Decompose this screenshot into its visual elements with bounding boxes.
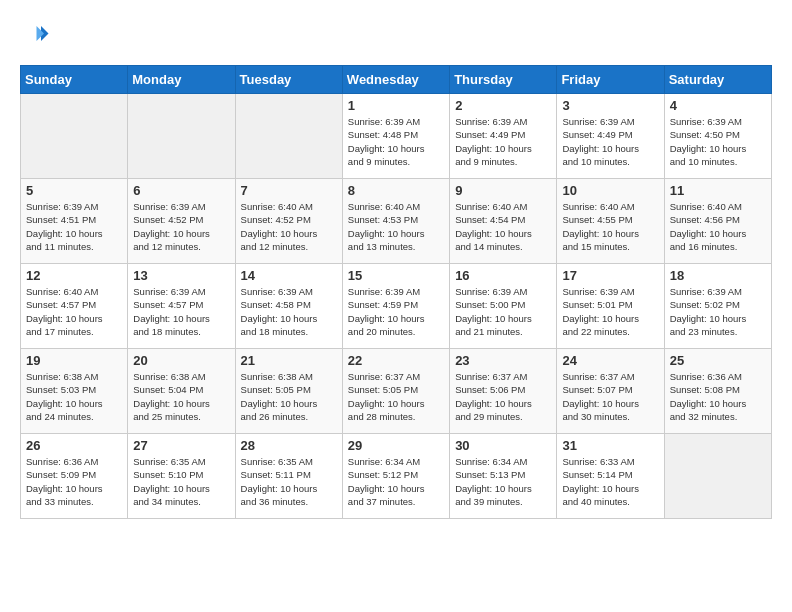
day-number: 20: [133, 353, 229, 368]
day-cell: 3Sunrise: 6:39 AM Sunset: 4:49 PM Daylig…: [557, 94, 664, 179]
day-cell: 7Sunrise: 6:40 AM Sunset: 4:52 PM Daylig…: [235, 179, 342, 264]
day-cell: 31Sunrise: 6:33 AM Sunset: 5:14 PM Dayli…: [557, 434, 664, 519]
day-cell: 9Sunrise: 6:40 AM Sunset: 4:54 PM Daylig…: [450, 179, 557, 264]
day-info: Sunrise: 6:39 AM Sunset: 5:00 PM Dayligh…: [455, 285, 551, 338]
day-number: 1: [348, 98, 444, 113]
day-info: Sunrise: 6:39 AM Sunset: 4:57 PM Dayligh…: [133, 285, 229, 338]
day-number: 3: [562, 98, 658, 113]
day-cell: 24Sunrise: 6:37 AM Sunset: 5:07 PM Dayli…: [557, 349, 664, 434]
day-number: 23: [455, 353, 551, 368]
day-number: 29: [348, 438, 444, 453]
weekday-header-thursday: Thursday: [450, 66, 557, 94]
day-info: Sunrise: 6:39 AM Sunset: 4:48 PM Dayligh…: [348, 115, 444, 168]
weekday-header-monday: Monday: [128, 66, 235, 94]
day-number: 24: [562, 353, 658, 368]
logo-icon: [20, 20, 50, 50]
weekday-header-saturday: Saturday: [664, 66, 771, 94]
week-row-5: 26Sunrise: 6:36 AM Sunset: 5:09 PM Dayli…: [21, 434, 772, 519]
day-info: Sunrise: 6:40 AM Sunset: 4:57 PM Dayligh…: [26, 285, 122, 338]
day-number: 11: [670, 183, 766, 198]
day-info: Sunrise: 6:39 AM Sunset: 5:02 PM Dayligh…: [670, 285, 766, 338]
day-cell: 2Sunrise: 6:39 AM Sunset: 4:49 PM Daylig…: [450, 94, 557, 179]
day-cell: [128, 94, 235, 179]
day-info: Sunrise: 6:36 AM Sunset: 5:08 PM Dayligh…: [670, 370, 766, 423]
week-row-1: 1Sunrise: 6:39 AM Sunset: 4:48 PM Daylig…: [21, 94, 772, 179]
day-number: 26: [26, 438, 122, 453]
day-info: Sunrise: 6:37 AM Sunset: 5:06 PM Dayligh…: [455, 370, 551, 423]
day-cell: 14Sunrise: 6:39 AM Sunset: 4:58 PM Dayli…: [235, 264, 342, 349]
page: SundayMondayTuesdayWednesdayThursdayFrid…: [0, 0, 792, 529]
day-info: Sunrise: 6:40 AM Sunset: 4:52 PM Dayligh…: [241, 200, 337, 253]
day-info: Sunrise: 6:39 AM Sunset: 4:51 PM Dayligh…: [26, 200, 122, 253]
day-number: 18: [670, 268, 766, 283]
day-cell: 22Sunrise: 6:37 AM Sunset: 5:05 PM Dayli…: [342, 349, 449, 434]
weekday-header-sunday: Sunday: [21, 66, 128, 94]
day-info: Sunrise: 6:38 AM Sunset: 5:05 PM Dayligh…: [241, 370, 337, 423]
day-number: 9: [455, 183, 551, 198]
day-info: Sunrise: 6:39 AM Sunset: 4:50 PM Dayligh…: [670, 115, 766, 168]
week-row-3: 12Sunrise: 6:40 AM Sunset: 4:57 PM Dayli…: [21, 264, 772, 349]
day-number: 31: [562, 438, 658, 453]
weekday-header-row: SundayMondayTuesdayWednesdayThursdayFrid…: [21, 66, 772, 94]
day-info: Sunrise: 6:39 AM Sunset: 4:58 PM Dayligh…: [241, 285, 337, 338]
day-cell: 4Sunrise: 6:39 AM Sunset: 4:50 PM Daylig…: [664, 94, 771, 179]
day-cell: 19Sunrise: 6:38 AM Sunset: 5:03 PM Dayli…: [21, 349, 128, 434]
calendar: SundayMondayTuesdayWednesdayThursdayFrid…: [20, 65, 772, 519]
day-cell: 25Sunrise: 6:36 AM Sunset: 5:08 PM Dayli…: [664, 349, 771, 434]
day-cell: 23Sunrise: 6:37 AM Sunset: 5:06 PM Dayli…: [450, 349, 557, 434]
day-cell: 12Sunrise: 6:40 AM Sunset: 4:57 PM Dayli…: [21, 264, 128, 349]
day-info: Sunrise: 6:38 AM Sunset: 5:04 PM Dayligh…: [133, 370, 229, 423]
weekday-header-friday: Friday: [557, 66, 664, 94]
day-info: Sunrise: 6:40 AM Sunset: 4:54 PM Dayligh…: [455, 200, 551, 253]
day-info: Sunrise: 6:39 AM Sunset: 5:01 PM Dayligh…: [562, 285, 658, 338]
day-cell: 29Sunrise: 6:34 AM Sunset: 5:12 PM Dayli…: [342, 434, 449, 519]
day-number: 8: [348, 183, 444, 198]
day-info: Sunrise: 6:36 AM Sunset: 5:09 PM Dayligh…: [26, 455, 122, 508]
day-number: 2: [455, 98, 551, 113]
day-cell: 20Sunrise: 6:38 AM Sunset: 5:04 PM Dayli…: [128, 349, 235, 434]
day-cell: 10Sunrise: 6:40 AM Sunset: 4:55 PM Dayli…: [557, 179, 664, 264]
day-cell: 6Sunrise: 6:39 AM Sunset: 4:52 PM Daylig…: [128, 179, 235, 264]
header: [20, 20, 772, 50]
day-cell: 13Sunrise: 6:39 AM Sunset: 4:57 PM Dayli…: [128, 264, 235, 349]
day-number: 28: [241, 438, 337, 453]
day-info: Sunrise: 6:40 AM Sunset: 4:56 PM Dayligh…: [670, 200, 766, 253]
day-number: 22: [348, 353, 444, 368]
weekday-header-tuesday: Tuesday: [235, 66, 342, 94]
day-info: Sunrise: 6:34 AM Sunset: 5:12 PM Dayligh…: [348, 455, 444, 508]
day-number: 12: [26, 268, 122, 283]
day-cell: [664, 434, 771, 519]
day-cell: 15Sunrise: 6:39 AM Sunset: 4:59 PM Dayli…: [342, 264, 449, 349]
day-number: 10: [562, 183, 658, 198]
day-number: 21: [241, 353, 337, 368]
day-info: Sunrise: 6:35 AM Sunset: 5:10 PM Dayligh…: [133, 455, 229, 508]
day-cell: 21Sunrise: 6:38 AM Sunset: 5:05 PM Dayli…: [235, 349, 342, 434]
day-number: 30: [455, 438, 551, 453]
day-number: 15: [348, 268, 444, 283]
day-number: 16: [455, 268, 551, 283]
day-cell: 26Sunrise: 6:36 AM Sunset: 5:09 PM Dayli…: [21, 434, 128, 519]
day-info: Sunrise: 6:40 AM Sunset: 4:53 PM Dayligh…: [348, 200, 444, 253]
day-info: Sunrise: 6:39 AM Sunset: 4:59 PM Dayligh…: [348, 285, 444, 338]
day-info: Sunrise: 6:38 AM Sunset: 5:03 PM Dayligh…: [26, 370, 122, 423]
day-number: 13: [133, 268, 229, 283]
day-info: Sunrise: 6:39 AM Sunset: 4:49 PM Dayligh…: [562, 115, 658, 168]
day-info: Sunrise: 6:37 AM Sunset: 5:07 PM Dayligh…: [562, 370, 658, 423]
week-row-2: 5Sunrise: 6:39 AM Sunset: 4:51 PM Daylig…: [21, 179, 772, 264]
day-cell: [235, 94, 342, 179]
day-cell: 27Sunrise: 6:35 AM Sunset: 5:10 PM Dayli…: [128, 434, 235, 519]
day-number: 6: [133, 183, 229, 198]
day-cell: 17Sunrise: 6:39 AM Sunset: 5:01 PM Dayli…: [557, 264, 664, 349]
day-cell: 5Sunrise: 6:39 AM Sunset: 4:51 PM Daylig…: [21, 179, 128, 264]
week-row-4: 19Sunrise: 6:38 AM Sunset: 5:03 PM Dayli…: [21, 349, 772, 434]
day-number: 7: [241, 183, 337, 198]
day-info: Sunrise: 6:35 AM Sunset: 5:11 PM Dayligh…: [241, 455, 337, 508]
logo: [20, 20, 54, 50]
day-cell: 16Sunrise: 6:39 AM Sunset: 5:00 PM Dayli…: [450, 264, 557, 349]
day-info: Sunrise: 6:39 AM Sunset: 4:52 PM Dayligh…: [133, 200, 229, 253]
day-number: 4: [670, 98, 766, 113]
day-cell: 30Sunrise: 6:34 AM Sunset: 5:13 PM Dayli…: [450, 434, 557, 519]
day-number: 14: [241, 268, 337, 283]
day-number: 19: [26, 353, 122, 368]
day-cell: 8Sunrise: 6:40 AM Sunset: 4:53 PM Daylig…: [342, 179, 449, 264]
